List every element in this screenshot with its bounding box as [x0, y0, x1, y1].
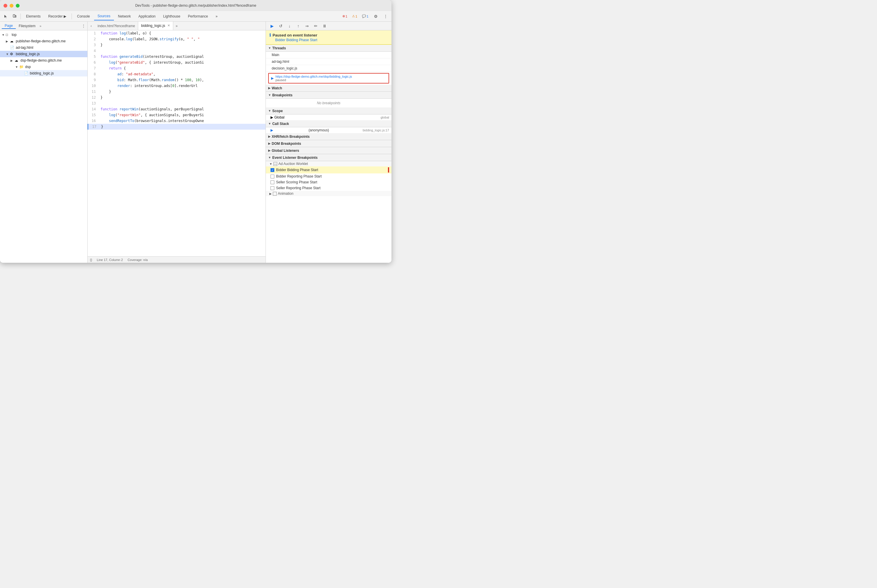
deactivate-breakpoints-button[interactable]: ✏	[312, 22, 320, 30]
thread-adtag[interactable]: ad-tag.html	[266, 58, 391, 65]
breakpoints-label: Breakpoints	[272, 93, 292, 97]
dom-label: DOM Breakpoints	[272, 142, 301, 146]
animation-arrow-icon: ▶	[269, 192, 272, 195]
event-listener-section-header[interactable]: ▼ Event Listener Breakpoints	[266, 154, 391, 161]
sidebar-tabs: Page Filesystem » ⋮	[0, 22, 87, 30]
editor-tab-index[interactable]: index.html?fencedframe	[95, 22, 138, 30]
event-seller-reporting[interactable]: Seller Reporting Phase Start	[266, 185, 391, 191]
tab-recorder[interactable]: Recorder ▶	[45, 12, 70, 20]
scope-section-header[interactable]: ▼ Scope	[266, 108, 391, 114]
scope-global-arrow: ▶	[271, 116, 273, 119]
tree-item-top[interactable]: ▼ □ top	[0, 32, 87, 38]
xhr-section-header[interactable]: ▶ XHR/fetch Breakpoints	[266, 133, 391, 140]
resume-button[interactable]: ▶	[268, 22, 276, 30]
step-over-button[interactable]: ↺	[277, 22, 284, 30]
editor-tab-bidding[interactable]: bidding_logic.js ✕	[138, 22, 173, 30]
call-stack-content: ▶ (anonymous) bidding_logic.js:17	[266, 127, 391, 133]
cursor-icon-btn[interactable]	[2, 12, 10, 20]
thread-bidding-active[interactable]: ▶ https://dsp-fledge-demo.glitch.me/dsp/…	[268, 73, 389, 84]
tab-lighthouse[interactable]: Lighthouse	[160, 12, 184, 20]
event-bidder-reporting[interactable]: Bidder Reporting Phase Start	[266, 173, 391, 179]
error-badge[interactable]: ⊗ 1	[341, 14, 349, 19]
pause-on-exception-button[interactable]: ⏸	[321, 22, 328, 30]
global-listeners-arrow-icon: ▶	[268, 149, 271, 152]
tree-item-adtag[interactable]: 📄 ad-tag.html	[0, 44, 87, 51]
editor-tabs: ‹ index.html?fencedframe bidding_logic.j…	[88, 22, 266, 30]
animation-checkbox[interactable]	[273, 192, 277, 196]
pause-notice: ℹ Paused on event listener Bidder Biddin…	[266, 30, 391, 45]
cloud-icon-publisher: ☁	[10, 39, 15, 43]
settings-button[interactable]: ⚙	[372, 12, 380, 20]
info-circle-icon: ℹ	[269, 33, 271, 38]
watch-section-header[interactable]: ▶ Watch	[266, 85, 391, 92]
event-seller-scoring[interactable]: Seller Scoring Phase Start	[266, 179, 391, 185]
thread-arrow-icon: ▶	[271, 76, 274, 80]
tab-application[interactable]: Application	[135, 12, 159, 20]
tree-item-dsp-domain[interactable]: ▶ ☁ dsp-fledge-demo.glitch.me	[0, 57, 87, 64]
devtools-main: Page Filesystem » ⋮ ▼ □ top ▶ ☁ publishe…	[0, 22, 391, 263]
tab-network[interactable]: Network	[114, 12, 134, 20]
warning-badge[interactable]: ⚠ 1	[350, 14, 359, 19]
watch-arrow-icon: ▶	[268, 86, 271, 90]
tab-nav-back[interactable]: ‹	[88, 22, 95, 30]
seller-scoring-label: Seller Scoring Phase Start	[276, 180, 317, 184]
window-title: DevTools - publisher-fledge-demo.glitch.…	[135, 3, 256, 8]
tree-item-bidding-logic[interactable]: ▼ ⚙ bidding_logic.js	[0, 51, 87, 57]
tab-label-bidding: bidding_logic.js	[141, 24, 165, 28]
more-options-button[interactable]: ⋮	[382, 12, 390, 20]
thread-main[interactable]: Main	[266, 52, 391, 58]
tree-item-dsp-folder[interactable]: ▼ 📁 dsp	[0, 64, 87, 70]
svg-rect-1	[15, 15, 16, 17]
toolbar-more-tabs[interactable]: »	[212, 12, 221, 20]
thread-decision[interactable]: decision_logic.js	[266, 65, 391, 72]
seller-scoring-checkbox[interactable]	[271, 180, 274, 184]
sidebar-more-tabs[interactable]: »	[39, 24, 41, 28]
code-editor[interactable]: 1 function log(label, o) { 2 console.log…	[88, 30, 266, 256]
tab-performance[interactable]: Performance	[184, 12, 212, 20]
watch-label: Watch	[272, 86, 282, 90]
dom-arrow-icon: ▶	[268, 142, 271, 145]
tab-sources[interactable]: Sources	[94, 12, 114, 20]
animation-subsection-header[interactable]: ▶ Animation	[266, 191, 391, 196]
breakpoints-content: No breakpoints	[266, 99, 391, 108]
event-bidder-bidding[interactable]: ✓ Bidder Bidding Phase Start	[266, 166, 391, 173]
error-icon: ⊗	[342, 14, 345, 18]
tree-item-publisher[interactable]: ▶ ☁ publisher-fledge-demo.glitch.me	[0, 38, 87, 44]
tab-close-icon[interactable]: ✕	[167, 24, 170, 27]
dom-section-header[interactable]: ▶ DOM Breakpoints	[266, 140, 391, 147]
format-icon[interactable]: {}	[90, 258, 92, 262]
call-stack-anonymous[interactable]: ▶ (anonymous) bidding_logic.js:17	[266, 127, 391, 133]
bidder-bidding-checkbox[interactable]: ✓	[271, 168, 274, 172]
code-line-16: 16 sendReportTo(browserSignals.interestG…	[88, 118, 266, 124]
tab-console[interactable]: Console	[74, 12, 93, 20]
tab-elements[interactable]: Elements	[23, 12, 44, 20]
tree-item-bidding-js[interactable]: 📄 bidding_logic.js	[0, 70, 87, 76]
tree-label-adtag: ad-tag.html	[16, 45, 33, 50]
call-stack-section-header[interactable]: ▼ Call Stack	[266, 120, 391, 127]
step-out-button[interactable]: ↑	[295, 22, 302, 30]
maximize-button[interactable]	[16, 4, 20, 8]
tab-filesystem[interactable]: Filesystem	[16, 23, 38, 28]
info-badge[interactable]: 💬 1	[361, 14, 370, 19]
tree-label-dsp-domain: dsp-fledge-demo.glitch.me	[20, 58, 62, 63]
scope-global[interactable]: ▶ Global global	[266, 114, 391, 120]
tab-page[interactable]: Page	[2, 23, 16, 29]
editor-tab-more[interactable]: »	[176, 24, 178, 28]
code-line-2: 2 console.log(label, JSON.stringify(o, "…	[88, 36, 266, 42]
breakpoints-section-header[interactable]: ▼ Breakpoints	[266, 92, 391, 99]
step-into-button[interactable]: ↓	[286, 22, 293, 30]
ad-auction-subsection-header[interactable]: ▼ — Ad Auction Worklet	[266, 161, 391, 166]
threads-section-header[interactable]: ▼ Threads	[266, 45, 391, 52]
ad-auction-checkbox[interactable]: —	[274, 162, 277, 166]
global-listeners-header[interactable]: ▶ Global Listeners	[266, 147, 391, 154]
svg-rect-0	[13, 15, 15, 17]
device-toggle-btn[interactable]	[11, 12, 19, 20]
bidder-reporting-checkbox[interactable]	[271, 175, 274, 178]
tree-label-bidding: bidding_logic.js	[16, 52, 40, 56]
seller-reporting-checkbox[interactable]	[271, 186, 274, 190]
minimize-button[interactable]	[10, 4, 14, 8]
toolbar-divider-2	[72, 14, 72, 19]
step-button[interactable]: ⇒	[303, 22, 311, 30]
close-button[interactable]	[3, 4, 7, 8]
sidebar-menu-button[interactable]: ⋮	[81, 24, 86, 28]
